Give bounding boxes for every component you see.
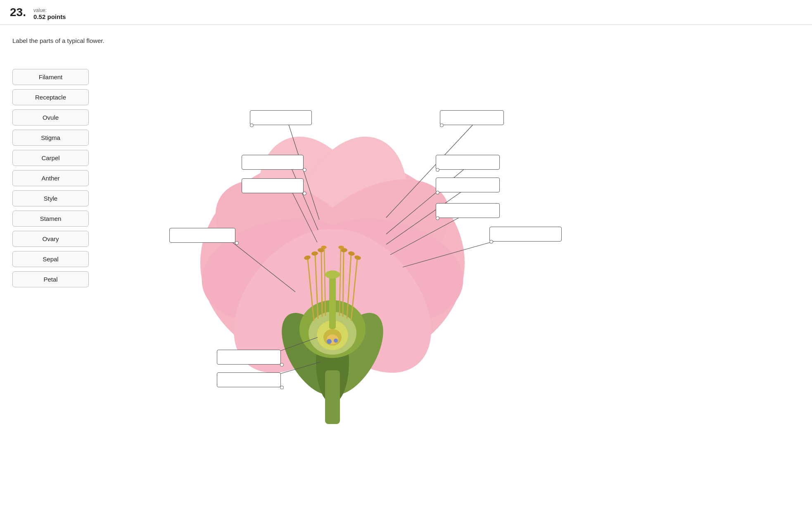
svg-rect-20 [329, 275, 336, 329]
word-sepal[interactable]: Sepal [12, 251, 89, 267]
word-receptacle[interactable]: Receptacle [12, 89, 89, 105]
dot-mid-right [489, 240, 493, 244]
svg-line-32 [343, 251, 344, 317]
svg-point-35 [321, 246, 327, 249]
word-ovary[interactable]: Ovary [12, 231, 89, 247]
dot-2 [303, 168, 306, 172]
value-label: value: [33, 7, 66, 13]
diagram-area [89, 57, 800, 428]
header-info: value: 0.52 points [33, 6, 66, 20]
svg-line-26 [321, 251, 322, 317]
svg-point-21 [325, 270, 340, 279]
dot-tr-4 [436, 216, 439, 220]
word-ovule[interactable]: Ovule [12, 109, 89, 126]
dot-bot-left-2 [280, 386, 284, 389]
label-box-tr-1[interactable] [440, 110, 504, 125]
label-box-tr-3[interactable] [436, 178, 500, 192]
dot-mid-left [235, 241, 239, 245]
label-box-1[interactable] [250, 110, 312, 125]
word-stigma[interactable]: Stigma [12, 130, 89, 146]
word-filament[interactable]: Filament [12, 69, 89, 85]
main-content: Label the parts of a typical flower. Fil… [0, 25, 812, 441]
question-header: 23. value: 0.52 points [0, 0, 812, 25]
svg-rect-12 [325, 370, 340, 424]
dot-tr-1 [440, 123, 444, 127]
label-box-3[interactable] [242, 178, 304, 193]
label-box-tr-2[interactable] [436, 155, 500, 170]
label-box-mid-left[interactable] [169, 228, 235, 243]
word-petal[interactable]: Petal [12, 271, 89, 287]
question-number: 23. [10, 6, 26, 19]
label-box-2[interactable] [242, 155, 304, 170]
quiz-area: Filament Receptacle Ovule Stigma Carpel … [12, 57, 800, 428]
label-box-mid-right[interactable] [489, 227, 562, 242]
svg-point-37 [338, 246, 344, 249]
word-stamen[interactable]: Stamen [12, 211, 89, 227]
dot-bot-left-1 [280, 363, 284, 367]
value-points: 0.52 points [33, 13, 66, 20]
label-box-bot-left-2[interactable] [217, 372, 281, 387]
word-anther[interactable]: Anther [12, 170, 89, 186]
svg-point-18 [327, 339, 332, 344]
flower-illustration [89, 57, 584, 436]
instruction: Label the parts of a typical flower. [12, 37, 800, 44]
label-box-bot-left-1[interactable] [217, 350, 281, 365]
word-style[interactable]: Style [12, 190, 89, 206]
dot-3 [303, 192, 306, 195]
label-box-tr-4[interactable] [436, 203, 500, 218]
word-bank: Filament Receptacle Ovule Stigma Carpel … [12, 69, 89, 287]
svg-point-19 [334, 339, 338, 343]
dot-tr-2 [436, 168, 439, 172]
dot-tr-3 [436, 191, 439, 194]
dot-1 [250, 123, 254, 127]
word-carpel[interactable]: Carpel [12, 150, 89, 166]
